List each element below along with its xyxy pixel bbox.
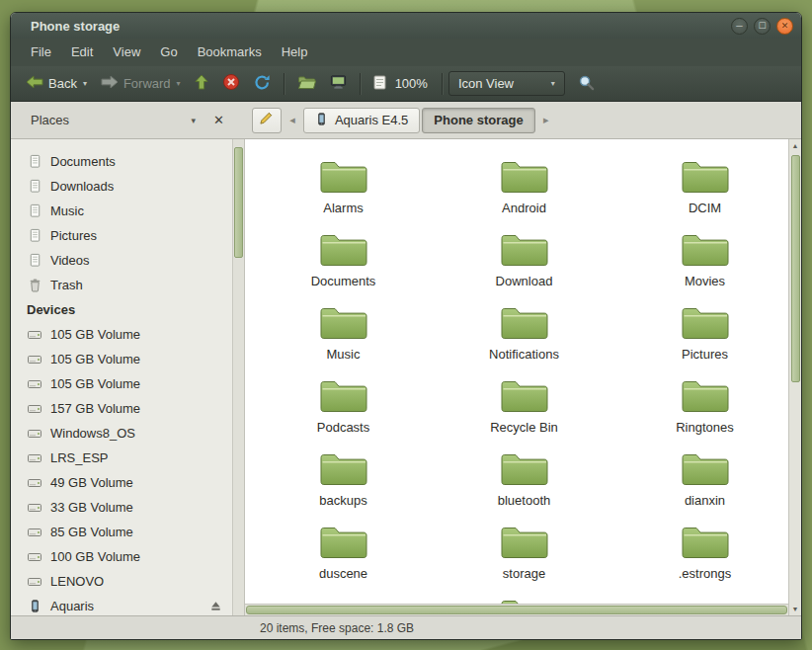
sidebar-scrollbar-thumb[interactable]: [234, 147, 243, 258]
sidebar-item-lrs-esp[interactable]: LRS_ESP: [11, 446, 244, 470]
folder-backups[interactable]: backups: [253, 449, 434, 523]
view-mode-select[interactable]: Icon View ▾: [448, 71, 565, 96]
folder-icon: [319, 449, 368, 491]
refresh-button[interactable]: [247, 70, 278, 98]
file-manager-window: Phone storage ─ ☐ ✕ FileEditViewGoBookma…: [10, 12, 802, 640]
scroll-down-icon[interactable]: ▼: [792, 606, 799, 612]
menu-item-view[interactable]: View: [103, 39, 150, 66]
folder-icon: [681, 376, 730, 418]
folder-icon: [681, 230, 730, 272]
folder-notifications[interactable]: Notifications: [434, 303, 614, 376]
close-sidebar-icon[interactable]: ✕: [207, 111, 230, 129]
places-label: Places: [31, 113, 69, 127]
breadcrumb: Aquaris E4.5Phone storage: [303, 108, 535, 133]
folder-android[interactable]: Android: [434, 157, 614, 230]
folder-label: duscene: [319, 566, 367, 581]
menu-item-bookmarks[interactable]: Bookmarks: [188, 39, 272, 66]
sidebar-item-label: Music: [50, 203, 84, 218]
vertical-scrollbar-thumb[interactable]: [791, 155, 800, 382]
folder-movies[interactable]: Movies: [614, 230, 788, 303]
sidebar-item-music[interactable]: Music: [11, 199, 244, 223]
folder-icon: [500, 230, 549, 272]
minimize-button[interactable]: ─: [731, 18, 748, 35]
folder-icon: [681, 157, 730, 199]
folder-recycle-bin[interactable]: Recycle Bin: [434, 376, 614, 449]
forward-button[interactable]: Forward ▾: [94, 71, 188, 96]
sidebar-item-lenovo[interactable]: LENOVO: [11, 569, 244, 594]
folder-podcasts[interactable]: Podcasts: [253, 376, 434, 449]
sidebar-item-trash[interactable]: Trash: [11, 273, 244, 297]
folder-icon: [681, 449, 730, 491]
sidebar-item-documents[interactable]: Documents: [11, 149, 244, 174]
folder-dianxin[interactable]: dianxin: [614, 449, 788, 523]
vertical-scrollbar[interactable]: ▲ ▼: [788, 139, 801, 615]
back-button[interactable]: Back ▾: [19, 71, 94, 96]
sidebar-item-100-gb-volume[interactable]: 100 GB Volume: [11, 544, 244, 569]
folder-download[interactable]: Download: [434, 230, 614, 303]
folder-duscene[interactable]: duscene: [253, 523, 434, 596]
up-button[interactable]: [188, 70, 215, 97]
folder-music[interactable]: Music: [253, 303, 434, 376]
sidebar-item-windows8-os[interactable]: Windows8_OS: [11, 421, 244, 446]
folder-storage[interactable]: storage: [434, 523, 614, 596]
pencil-icon: [259, 111, 274, 129]
sidebar-item-105-gb-volume[interactable]: 105 GB Volume: [11, 371, 244, 396]
maximize-button[interactable]: ☐: [754, 18, 771, 35]
sidebar-item-downloads[interactable]: Downloads: [11, 174, 244, 199]
sidebar-item-pictures[interactable]: Pictures: [11, 223, 244, 248]
folder-dcim[interactable]: DCIM: [614, 157, 788, 230]
eject-icon[interactable]: [209, 600, 222, 612]
main-area: DocumentsDownloadsMusicPicturesVideosTra…: [11, 139, 801, 615]
folder-icon: [319, 303, 368, 345]
folder-alarms[interactable]: Alarms: [253, 157, 434, 230]
sidebar-scrollbar[interactable]: [232, 139, 244, 615]
sidebar-item-105-gb-volume[interactable]: 105 GB Volume: [11, 322, 244, 347]
menu-item-go[interactable]: Go: [150, 39, 187, 66]
folder-ringtones[interactable]: Ringtones: [614, 376, 788, 449]
home-button[interactable]: [290, 71, 323, 97]
document-icon: [27, 154, 42, 170]
folder-estrongs[interactable]: .estrongs: [614, 523, 788, 596]
sidebar-item-157-gb-volume[interactable]: 157 GB Volume: [11, 396, 244, 421]
up-icon: [195, 74, 208, 93]
search-button[interactable]: [571, 70, 602, 98]
folder-pictures[interactable]: Pictures: [614, 303, 788, 376]
scroll-up-icon[interactable]: ▲: [792, 142, 799, 149]
folder-icon: [319, 230, 368, 272]
document-icon: [27, 253, 42, 269]
toolbar: Back ▾ Forward ▾ 100% Icon V: [11, 66, 801, 102]
sidebar: DocumentsDownloadsMusicPicturesVideosTra…: [11, 139, 245, 615]
sidebar-item-videos[interactable]: Videos: [11, 248, 244, 273]
sidebar-item-85-gb-volume[interactable]: 85 GB Volume: [11, 520, 244, 544]
sidebar-item-33-gb-volume[interactable]: 33 GB Volume: [11, 495, 244, 520]
edit-location-button[interactable]: [252, 108, 282, 133]
breadcrumb-right-button[interactable]: ▸: [538, 109, 554, 132]
sidebar-item-105-gb-volume[interactable]: 105 GB Volume: [11, 347, 244, 371]
places-selector[interactable]: Places ▾: [21, 110, 203, 130]
horizontal-scrollbar-thumb[interactable]: [246, 606, 787, 614]
toolbar-separator: [442, 73, 443, 95]
titlebar[interactable]: Phone storage ─ ☐ ✕: [11, 13, 801, 39]
breadcrumb-aquaris-e4-5[interactable]: Aquaris E4.5: [303, 108, 420, 133]
breadcrumb-left-button[interactable]: ◂: [284, 109, 300, 132]
folder-bluetooth[interactable]: bluetooth: [434, 449, 614, 523]
folder-partially-visible[interactable]: [434, 596, 614, 604]
breadcrumb-phone-storage[interactable]: Phone storage: [422, 108, 534, 133]
home-folder-icon: [297, 75, 316, 93]
folder-documents[interactable]: Documents: [253, 230, 434, 303]
computer-button[interactable]: [323, 70, 354, 97]
menu-item-file[interactable]: File: [21, 39, 61, 66]
folder-label: .estrongs: [679, 566, 731, 581]
drive-icon: [27, 401, 42, 417]
sidebar-item-aquaris[interactable]: Aquaris: [11, 594, 244, 615]
menu-item-help[interactable]: Help: [272, 39, 318, 66]
zoom-button[interactable]: [366, 71, 393, 97]
sidebar-item-49-gb-volume[interactable]: 49 GB Volume: [11, 470, 244, 495]
status-text: 20 items, Free space: 1.8 GB: [260, 621, 414, 635]
menu-item-edit[interactable]: Edit: [61, 39, 103, 66]
stop-icon: [222, 73, 240, 94]
close-button[interactable]: ✕: [776, 18, 793, 35]
stop-button[interactable]: [215, 69, 247, 98]
drive-icon: [27, 574, 42, 590]
horizontal-scrollbar[interactable]: [245, 604, 788, 615]
